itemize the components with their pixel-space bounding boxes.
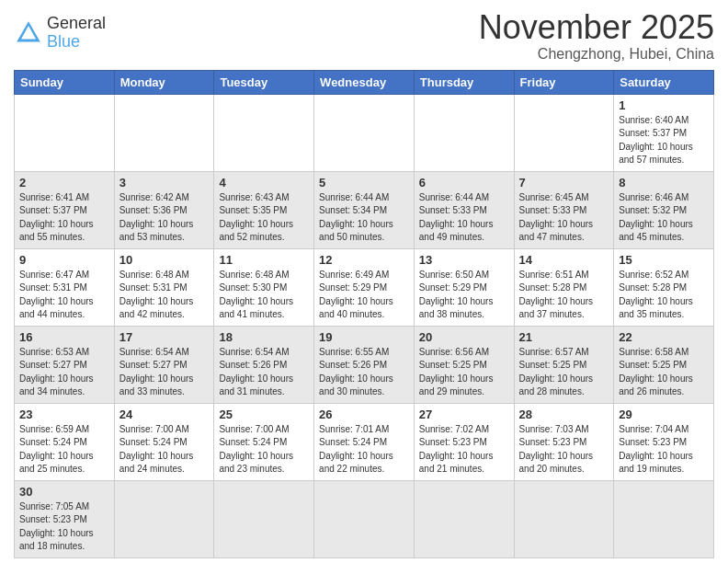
calendar-week-row: 23Sunrise: 6:59 AM Sunset: 5:24 PM Dayli… [15,403,714,480]
day-info: Sunrise: 6:51 AM Sunset: 5:28 PM Dayligh… [519,269,609,322]
calendar-week-row: 9Sunrise: 6:47 AM Sunset: 5:31 PM Daylig… [15,248,714,326]
calendar-header-friday: Friday [514,70,614,94]
calendar-header-thursday: Thursday [414,70,514,94]
calendar-cell: 2Sunrise: 6:41 AM Sunset: 5:37 PM Daylig… [15,171,115,248]
day-number: 22 [619,330,709,344]
month-title: November 2025 [479,9,714,46]
day-info: Sunrise: 7:04 AM Sunset: 5:23 PM Dayligh… [619,423,709,477]
day-number: 19 [319,330,409,344]
day-number: 25 [219,408,309,421]
calendar-header-sunday: Sunday [15,70,115,94]
day-info: Sunrise: 7:01 AM Sunset: 5:24 PM Dayligh… [319,423,409,477]
day-number: 29 [619,408,709,421]
day-info: Sunrise: 6:54 AM Sunset: 5:26 PM Dayligh… [219,346,309,399]
calendar-cell: 30Sunrise: 7:05 AM Sunset: 5:23 PM Dayli… [15,480,115,557]
day-number: 5 [319,176,409,190]
day-number: 30 [19,485,109,499]
day-number: 3 [119,176,210,190]
day-number: 14 [519,253,609,267]
calendar-week-row: 2Sunrise: 6:41 AM Sunset: 5:37 PM Daylig… [15,171,714,248]
day-info: Sunrise: 6:42 AM Sunset: 5:36 PM Dayligh… [119,191,210,245]
day-info: Sunrise: 6:50 AM Sunset: 5:29 PM Dayligh… [419,269,509,322]
calendar-cell: 25Sunrise: 7:00 AM Sunset: 5:24 PM Dayli… [214,403,314,480]
calendar-cell [614,480,714,557]
calendar-cell: 9Sunrise: 6:47 AM Sunset: 5:31 PM Daylig… [15,248,115,326]
subtitle: Chengzhong, Hubei, China [479,46,714,63]
day-number: 1 [619,98,709,112]
day-number: 20 [419,330,509,344]
calendar-header-wednesday: Wednesday [314,70,415,94]
calendar-cell: 20Sunrise: 6:56 AM Sunset: 5:25 PM Dayli… [414,326,514,403]
calendar-cell: 23Sunrise: 6:59 AM Sunset: 5:24 PM Dayli… [15,403,115,480]
day-info: Sunrise: 6:47 AM Sunset: 5:31 PM Dayligh… [19,269,109,322]
calendar-cell: 4Sunrise: 6:43 AM Sunset: 5:35 PM Daylig… [214,171,314,248]
calendar-cell: 15Sunrise: 6:52 AM Sunset: 5:28 PM Dayli… [614,248,714,326]
day-info: Sunrise: 6:54 AM Sunset: 5:27 PM Dayligh… [119,346,210,399]
logo: General Blue [14,9,106,52]
calendar-cell: 5Sunrise: 6:44 AM Sunset: 5:34 PM Daylig… [314,171,415,248]
day-number: 12 [319,253,409,267]
day-number: 6 [419,176,509,190]
calendar-cell: 16Sunrise: 6:53 AM Sunset: 5:27 PM Dayli… [15,326,115,403]
calendar-cell: 27Sunrise: 7:02 AM Sunset: 5:23 PM Dayli… [414,403,514,480]
day-number: 10 [119,253,210,267]
calendar-cell [214,480,314,557]
day-number: 27 [419,408,509,421]
calendar-cell: 6Sunrise: 6:44 AM Sunset: 5:33 PM Daylig… [414,171,514,248]
day-info: Sunrise: 6:46 AM Sunset: 5:32 PM Dayligh… [619,191,709,245]
calendar-cell [114,94,214,171]
day-info: Sunrise: 6:59 AM Sunset: 5:24 PM Dayligh… [19,423,109,477]
day-info: Sunrise: 6:52 AM Sunset: 5:28 PM Dayligh… [619,269,709,322]
calendar-cell: 11Sunrise: 6:48 AM Sunset: 5:30 PM Dayli… [214,248,314,326]
day-number: 28 [519,408,609,421]
day-number: 18 [219,330,309,344]
calendar-cell: 24Sunrise: 7:00 AM Sunset: 5:24 PM Dayli… [114,403,214,480]
calendar-cell [414,480,514,557]
calendar-cell: 19Sunrise: 6:55 AM Sunset: 5:26 PM Dayli… [314,326,415,403]
calendar-cell: 29Sunrise: 7:04 AM Sunset: 5:23 PM Dayli… [614,403,714,480]
header: General Blue November 2025 Chengzhong, H… [14,9,714,63]
day-info: Sunrise: 6:57 AM Sunset: 5:25 PM Dayligh… [519,346,609,399]
calendar-cell: 1Sunrise: 6:40 AM Sunset: 5:37 PM Daylig… [614,94,714,171]
day-info: Sunrise: 6:40 AM Sunset: 5:37 PM Dayligh… [619,114,709,167]
day-info: Sunrise: 7:03 AM Sunset: 5:23 PM Dayligh… [519,423,609,477]
calendar-cell: 21Sunrise: 6:57 AM Sunset: 5:25 PM Dayli… [514,326,614,403]
day-number: 13 [419,253,509,267]
day-info: Sunrise: 6:48 AM Sunset: 5:30 PM Dayligh… [219,269,309,322]
day-info: Sunrise: 6:49 AM Sunset: 5:29 PM Dayligh… [319,269,409,322]
calendar-cell [15,94,115,171]
calendar-cell: 3Sunrise: 6:42 AM Sunset: 5:36 PM Daylig… [114,171,214,248]
calendar-cell: 12Sunrise: 6:49 AM Sunset: 5:29 PM Dayli… [314,248,415,326]
calendar-header-row: SundayMondayTuesdayWednesdayThursdayFrid… [15,70,714,94]
calendar-header-monday: Monday [114,70,214,94]
calendar-cell: 17Sunrise: 6:54 AM Sunset: 5:27 PM Dayli… [114,326,214,403]
day-number: 4 [219,176,309,190]
calendar-cell: 28Sunrise: 7:03 AM Sunset: 5:23 PM Dayli… [514,403,614,480]
day-number: 9 [19,253,109,267]
day-number: 24 [119,408,210,421]
day-info: Sunrise: 7:00 AM Sunset: 5:24 PM Dayligh… [119,423,210,477]
calendar-cell [314,480,415,557]
calendar-cell [314,94,415,171]
day-number: 7 [519,176,609,190]
day-info: Sunrise: 6:45 AM Sunset: 5:33 PM Dayligh… [519,191,609,245]
day-info: Sunrise: 6:48 AM Sunset: 5:31 PM Dayligh… [119,269,210,322]
calendar-cell: 10Sunrise: 6:48 AM Sunset: 5:31 PM Dayli… [114,248,214,326]
day-info: Sunrise: 6:56 AM Sunset: 5:25 PM Dayligh… [419,346,509,399]
day-info: Sunrise: 6:58 AM Sunset: 5:25 PM Dayligh… [619,346,709,399]
calendar-cell [214,94,314,171]
calendar-week-row: 16Sunrise: 6:53 AM Sunset: 5:27 PM Dayli… [15,326,714,403]
day-number: 8 [619,176,709,190]
calendar-week-row: 30Sunrise: 7:05 AM Sunset: 5:23 PM Dayli… [15,480,714,557]
logo-icon [14,18,43,48]
logo-text: General Blue [47,15,106,52]
calendar-cell: 7Sunrise: 6:45 AM Sunset: 5:33 PM Daylig… [514,171,614,248]
day-number: 17 [119,330,210,344]
calendar-cell: 14Sunrise: 6:51 AM Sunset: 5:28 PM Dayli… [514,248,614,326]
calendar-header-tuesday: Tuesday [214,70,314,94]
calendar-cell [514,480,614,557]
calendar: SundayMondayTuesdayWednesdayThursdayFrid… [14,70,714,558]
day-number: 15 [619,253,709,267]
day-info: Sunrise: 6:44 AM Sunset: 5:33 PM Dayligh… [419,191,509,245]
day-info: Sunrise: 7:05 AM Sunset: 5:23 PM Dayligh… [19,500,109,554]
